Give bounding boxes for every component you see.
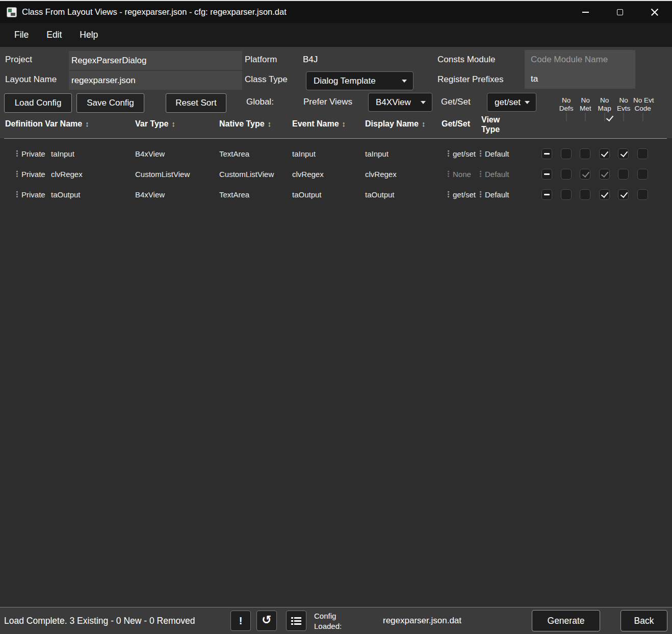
no-map-row-checkbox[interactable] <box>599 148 610 159</box>
class-type-value: Dialog Template <box>314 76 376 86</box>
prefer-views-label: Prefer Views <box>303 97 352 107</box>
sort-icon: ↕ <box>268 120 271 128</box>
getset-dropdown[interactable]: get/set <box>487 93 536 112</box>
menu-help[interactable]: Help <box>80 30 98 40</box>
row-access: Private <box>16 143 45 164</box>
no-evts-row-checkbox[interactable] <box>618 148 629 159</box>
row-access: Private <box>16 184 45 205</box>
row-flag-checkbox[interactable] <box>541 169 552 180</box>
flag-columns: No Defs No Met No Map No Evts No Evt <box>557 96 653 122</box>
header-display-name[interactable]: Display Name↕ <box>365 119 425 129</box>
row-access: Private <box>16 164 45 184</box>
flag-col-no-defs: No Defs <box>557 96 576 122</box>
layout-name-input[interactable] <box>69 71 242 90</box>
consts-module-label: Consts Module <box>437 55 495 65</box>
consts-module-input[interactable] <box>525 50 635 69</box>
grip-icon <box>448 170 449 177</box>
back-button[interactable]: Back <box>621 610 667 631</box>
row-display-name: clvRegex <box>365 164 397 184</box>
row-viewtype-selector[interactable]: Default <box>480 143 509 164</box>
prefer-views-dropdown[interactable]: B4XView <box>368 93 432 112</box>
exclamation-icon: ! <box>239 615 243 627</box>
header-native-type[interactable]: Native Type↕ <box>219 119 271 129</box>
load-config-button[interactable]: Load Config <box>4 93 72 113</box>
config-file-name: regexparser.json.dat <box>383 607 461 634</box>
save-config-button[interactable]: Save Config <box>76 93 144 113</box>
flag-label: Evts <box>614 105 634 113</box>
drag-handle-icon[interactable] <box>16 170 18 177</box>
flag-col-no-map: No Map <box>595 96 614 122</box>
row-getset-selector[interactable]: get/set <box>448 184 476 205</box>
config-loaded-label: Config Loaded: <box>314 611 342 631</box>
close-button[interactable] <box>637 1 672 23</box>
config-list-button[interactable] <box>286 611 306 631</box>
chevron-down-icon <box>421 101 426 104</box>
row-getset-selector[interactable]: get/set <box>448 143 476 164</box>
window-top-edge <box>0 0 672 1</box>
no-defs-row-checkbox[interactable] <box>561 189 572 200</box>
generate-button[interactable]: Generate <box>532 610 600 631</box>
no-evts-row-checkbox[interactable] <box>618 189 629 200</box>
drag-handle-icon[interactable] <box>16 150 18 157</box>
header-view-type: View Type <box>481 115 500 134</box>
layout-name-label: Layout Name <box>5 74 57 85</box>
flag-label: Map <box>595 105 614 113</box>
no-met-row-checkbox[interactable] <box>580 169 590 180</box>
row-viewtype-selector[interactable]: Default <box>480 164 509 184</box>
no-evt-code-row-checkbox[interactable] <box>637 169 648 180</box>
window-title: Class From Layout Views - regexparser.js… <box>22 7 287 17</box>
no-evts-row-checkbox[interactable] <box>618 169 629 180</box>
reset-sort-button[interactable]: Reset Sort <box>166 93 226 113</box>
views-table: Private taInput B4xView TextArea taInput… <box>0 139 672 205</box>
maximize-icon <box>617 9 623 15</box>
list-icon <box>291 617 301 625</box>
platform-value: B4J <box>303 55 318 65</box>
header-definition-var-name[interactable]: Definition Var Name↕ <box>5 119 89 129</box>
row-viewtype-selector[interactable]: Default <box>480 184 509 205</box>
flag-label: No <box>576 96 596 105</box>
row-getset-selector[interactable]: None <box>448 164 471 184</box>
flag-label: Defs <box>557 105 576 113</box>
no-evt-code-row-checkbox[interactable] <box>637 148 648 159</box>
no-evt-code-row-checkbox[interactable] <box>637 189 648 200</box>
row-event-name: clvRegex <box>292 164 324 184</box>
row-flag-checkbox[interactable] <box>541 189 552 200</box>
no-map-row-checkbox[interactable] <box>599 169 610 180</box>
statusbar: Load Complete. 3 Existing - 0 New - 0 Re… <box>0 607 672 634</box>
minimize-icon <box>582 12 589 13</box>
maximize-button[interactable] <box>603 1 637 23</box>
header-event-name[interactable]: Event Name↕ <box>292 119 346 129</box>
flag-label: Met <box>576 105 596 113</box>
no-defs-row-checkbox[interactable] <box>561 169 572 180</box>
row-checkboxes <box>541 164 648 184</box>
grip-icon <box>480 170 481 177</box>
menu-edit[interactable]: Edit <box>46 30 62 40</box>
class-type-dropdown[interactable]: Dialog Template <box>306 71 413 90</box>
project-label: Project <box>5 55 32 65</box>
no-evt-code-checkbox[interactable] <box>642 112 643 122</box>
no-met-checkbox[interactable] <box>585 112 586 122</box>
no-map-row-checkbox[interactable] <box>599 189 610 200</box>
status-text: Load Complete. 3 Existing - 0 New - 0 Re… <box>4 607 195 634</box>
header-var-type[interactable]: Var Type↕ <box>135 119 175 129</box>
chevron-down-icon <box>525 101 530 104</box>
no-met-row-checkbox[interactable] <box>580 189 590 200</box>
no-evts-checkbox[interactable] <box>623 112 624 122</box>
no-map-checkbox[interactable] <box>604 112 605 122</box>
project-input[interactable] <box>69 51 242 70</box>
reload-button[interactable]: ↺ <box>256 611 277 631</box>
flag-col-no-evts: No Evts <box>614 96 634 122</box>
warnings-button[interactable]: ! <box>230 611 251 631</box>
register-prefixes-input[interactable] <box>525 69 635 89</box>
window-controls <box>568 1 672 23</box>
row-var-type: CustomListView <box>135 164 190 184</box>
no-defs-row-checkbox[interactable] <box>561 148 572 159</box>
no-met-row-checkbox[interactable] <box>580 148 590 159</box>
menu-file[interactable]: File <box>14 30 29 40</box>
no-defs-checkbox[interactable] <box>566 112 567 122</box>
row-flag-checkbox[interactable] <box>541 148 552 159</box>
flag-label: No <box>595 96 614 105</box>
drag-handle-icon[interactable] <box>16 191 18 198</box>
minimize-button[interactable] <box>568 1 603 23</box>
grip-icon <box>480 191 481 198</box>
